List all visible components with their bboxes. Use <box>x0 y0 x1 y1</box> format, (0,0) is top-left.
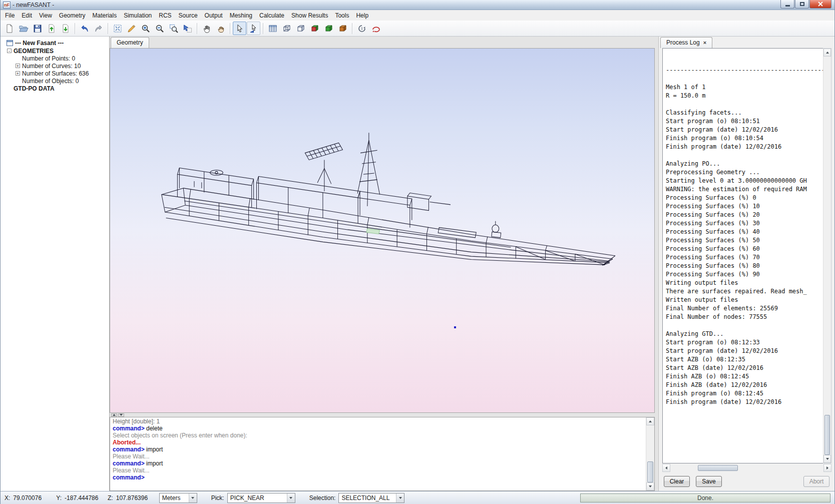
rotate-view-button[interactable] <box>355 22 368 35</box>
close-button[interactable] <box>809 0 831 9</box>
expander-icon[interactable]: - <box>7 49 12 53</box>
minimize-icon <box>785 5 790 7</box>
menu-item[interactable]: Help <box>352 11 372 21</box>
expander-icon[interactable] <box>7 86 12 91</box>
statusbar: X: 79.070076 Y: -187.444786 Z: 107.87639… <box>1 491 834 504</box>
console-splitter[interactable] <box>110 413 655 417</box>
fit-view-icon <box>113 24 123 34</box>
select-button[interactable] <box>233 22 246 35</box>
process-log-output[interactable]: ----------------------------------------… <box>662 48 823 463</box>
tree-node[interactable]: GTD-PO DATA <box>1 85 109 92</box>
menu-item[interactable]: Calculate <box>256 11 288 21</box>
maximize-button[interactable] <box>795 0 809 9</box>
process-log-hscrollbar[interactable] <box>662 464 831 472</box>
scroll-thumb[interactable] <box>824 415 830 455</box>
console-scrollbar[interactable] <box>646 417 654 490</box>
menu-item[interactable]: Edit <box>18 11 36 21</box>
splitter-up-button[interactable] <box>111 413 117 417</box>
solid-view-button[interactable] <box>294 22 307 35</box>
open-button[interactable] <box>17 22 30 35</box>
green-view-button[interactable] <box>322 22 335 35</box>
menubar: FileEditViewGeometryMaterialsSimulationR… <box>1 10 834 21</box>
save-button[interactable]: Save <box>696 476 722 487</box>
undo-button[interactable] <box>78 22 91 35</box>
log-line: Written output files <box>666 296 823 305</box>
grid-view-button[interactable] <box>266 22 279 35</box>
toolbar-separator <box>197 23 197 34</box>
shaded-view-button[interactable] <box>308 22 321 35</box>
menu-item[interactable]: Output <box>201 11 226 21</box>
minimize-button[interactable] <box>780 0 794 9</box>
new-file-button[interactable] <box>3 22 16 35</box>
select-region-button[interactable] <box>247 22 260 35</box>
selection-select[interactable]: SELECTION_ALL <box>338 493 404 503</box>
menu-item[interactable]: File <box>2 11 18 21</box>
menu-item[interactable]: Simulation <box>120 11 155 21</box>
scroll-down-button[interactable] <box>823 455 831 463</box>
scroll-up-button[interactable] <box>823 49 831 57</box>
scroll-thumb[interactable] <box>698 465 738 471</box>
scroll-track[interactable] <box>646 425 654 482</box>
menu-item[interactable]: View <box>36 11 56 21</box>
menu-item[interactable]: Geometry <box>56 11 89 21</box>
command-console[interactable]: Height [double]: 1 command> delete Selec… <box>110 417 646 490</box>
tree-root-node[interactable]: --- New Fasant --- <box>1 39 109 47</box>
viewport-3d[interactable] <box>110 48 655 413</box>
splitter-down-button[interactable] <box>118 413 124 417</box>
zoom-out-button[interactable] <box>153 22 166 35</box>
combo-arrow-icon[interactable] <box>287 493 295 502</box>
z-label: Z: <box>108 494 113 501</box>
zoom-selection-button[interactable] <box>181 22 194 35</box>
menu-item[interactable]: Show Results <box>288 11 331 21</box>
redo-button[interactable] <box>92 22 105 35</box>
scroll-up-button[interactable] <box>646 417 654 425</box>
menu-item[interactable]: Tools <box>331 11 352 21</box>
orange-view-button[interactable] <box>336 22 349 35</box>
abort-button[interactable]: Abort <box>803 476 829 487</box>
units-select[interactable]: Meters <box>159 493 197 503</box>
tree-node[interactable]: Number of Objects: 0 <box>1 77 109 85</box>
scroll-left-button[interactable] <box>662 464 670 472</box>
export-button[interactable] <box>59 22 72 35</box>
fit-view-button[interactable] <box>111 22 124 35</box>
menu-item[interactable]: RCS <box>155 11 175 21</box>
center-area: Geometry <box>110 37 655 491</box>
zoom-window-button[interactable] <box>167 22 180 35</box>
close-tab-icon[interactable]: × <box>703 40 706 46</box>
scroll-track[interactable] <box>670 464 823 472</box>
clear-button[interactable]: Clear <box>664 476 690 487</box>
tab-process-log[interactable]: Process Log × <box>660 37 712 48</box>
expander-icon[interactable] <box>16 79 20 83</box>
log-line: Processing Surfaces (%) 70 <box>666 254 823 262</box>
zoom-in-button[interactable] <box>139 22 152 35</box>
expander-icon[interactable]: + <box>16 64 20 68</box>
rotate-free-button[interactable] <box>369 22 382 35</box>
scroll-right-button[interactable] <box>823 464 831 472</box>
edit-button[interactable] <box>125 22 138 35</box>
menu-item[interactable]: Meshing <box>226 11 256 21</box>
tree-node[interactable]: + Number of Curves: 10 <box>1 62 109 70</box>
console-prompt: command> <box>113 460 145 467</box>
combo-arrow-icon[interactable] <box>189 493 197 502</box>
combo-arrow-icon[interactable] <box>396 493 404 502</box>
save-button-toolbar[interactable] <box>31 22 44 35</box>
tree-node[interactable]: - GEOMETRIES <box>1 47 109 55</box>
orbit-button[interactable] <box>214 22 227 35</box>
scroll-track[interactable] <box>823 57 831 455</box>
wireframe-view-button[interactable] <box>280 22 293 35</box>
menu-item[interactable]: Materials <box>89 11 121 21</box>
scroll-thumb[interactable] <box>647 461 653 482</box>
expander-icon[interactable] <box>16 56 20 61</box>
process-log-vscrollbar[interactable] <box>823 48 831 463</box>
pick-select[interactable]: PICK_NEAR <box>227 493 295 503</box>
titlebar[interactable]: nF - newFASANT - <box>1 0 834 10</box>
pan-button[interactable] <box>200 22 213 35</box>
menu-item[interactable]: Source <box>175 11 201 21</box>
log-line: Processing Surfaces (%) 50 <box>666 237 823 245</box>
import-button[interactable] <box>45 22 58 35</box>
tree-node[interactable]: + Number of Surfaces: 636 <box>1 70 109 77</box>
tree-node[interactable]: Number of Points: 0 <box>1 55 109 62</box>
expander-icon[interactable]: + <box>16 71 20 76</box>
scroll-down-button[interactable] <box>646 482 654 490</box>
tab-geometry[interactable]: Geometry <box>111 37 149 48</box>
